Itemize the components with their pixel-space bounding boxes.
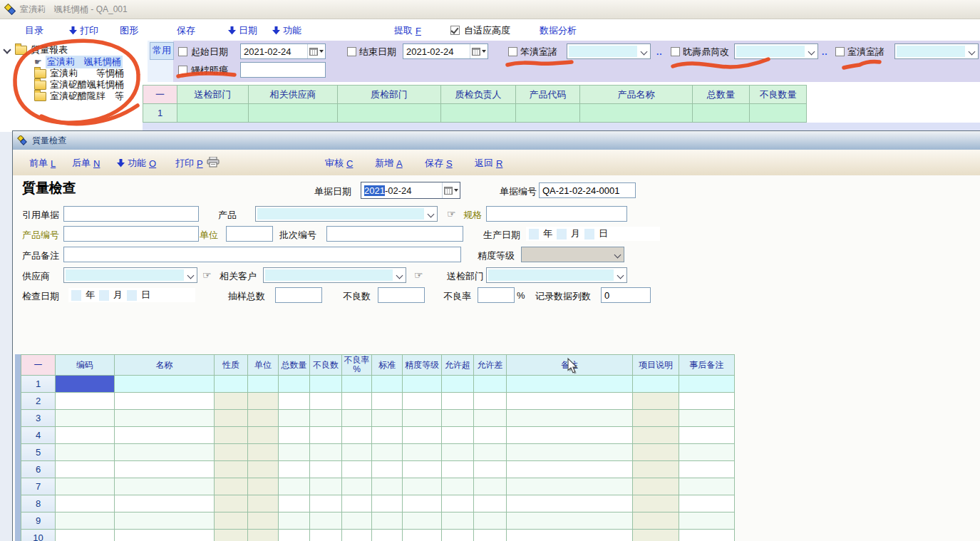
ref-doc-input[interactable] [63,206,199,222]
calendar-button[interactable] [442,182,460,198]
grid-cell[interactable] [474,427,507,444]
product-remark-input[interactable] [63,247,461,262]
grid-cell[interactable] [372,444,403,461]
grid-cell[interactable] [507,512,633,530]
grid-cell[interactable] [442,393,474,410]
menu-extract[interactable]: 提取F [394,24,421,37]
grid-cell[interactable] [56,461,115,478]
grid-cell[interactable] [310,393,342,410]
grid-cell[interactable] [679,427,735,444]
menu-functions[interactable]: 功能 [272,24,301,37]
unit-input[interactable] [226,226,273,242]
grid-cell[interactable] [215,393,248,410]
grid-cell[interactable] [474,410,507,427]
grid-cell[interactable] [215,444,248,461]
grid-cell[interactable] [215,530,248,541]
grid-cell[interactable] [56,478,115,495]
grid-row-header[interactable]: 4 [21,427,56,444]
calendar-button[interactable] [470,44,488,58]
grid-cell[interactable] [474,495,507,512]
grid-cell[interactable] [633,461,679,478]
grid-cell[interactable] [249,104,338,123]
grid-cell[interactable] [403,512,442,530]
menu-catalog[interactable]: 目录 [25,24,43,37]
filter-combo3[interactable] [894,43,979,59]
back-button[interactable]: 返回R [475,157,502,170]
grid-cell[interactable] [516,104,580,123]
grid-cell[interactable] [279,427,310,444]
next-doc-button[interactable]: 后单N [72,157,100,170]
grid-cell[interactable] [474,530,507,541]
grid-cell[interactable] [372,495,403,512]
menu-print[interactable]: 打印 [69,24,98,37]
grid-cell[interactable] [507,495,633,512]
grid-cell[interactable] [442,512,474,530]
grid-cell[interactable] [248,393,279,410]
grid-cell[interactable] [474,393,507,410]
grid-cell[interactable] [633,393,679,410]
grid-cell[interactable] [679,495,735,512]
grid-cell[interactable] [342,376,372,393]
grid-cell[interactable] [56,427,115,444]
grid-cell[interactable] [474,444,507,461]
grid-cell[interactable] [310,444,342,461]
menu-save[interactable]: 保存 [177,24,195,37]
menu-data-analysis[interactable]: 数据分析 [540,24,577,37]
grid-cell[interactable] [115,427,215,444]
grid-cell[interactable] [56,393,115,410]
grid-cell[interactable] [342,427,372,444]
grid-cell[interactable] [248,427,279,444]
precision-combo[interactable] [521,247,624,262]
grid-cell[interactable] [248,410,279,427]
pointer-hand-icon[interactable]: ☞ [202,269,212,281]
grid-cell[interactable] [507,410,633,427]
grid-cell[interactable] [56,410,115,427]
grid-cell[interactable] [215,478,248,495]
tree-item[interactable]: 室潰砨醴隴牉 等 [34,90,124,103]
grid-cell[interactable] [679,444,735,461]
grid-cell[interactable] [633,530,679,541]
start-date-field[interactable]: 2021-02-24 [240,43,326,59]
grid-cell[interactable] [115,410,215,427]
grid-cell[interactable] [279,530,310,541]
sample-total-input[interactable] [275,287,322,303]
grid-cell[interactable] [56,376,115,393]
more-button[interactable]: .. [822,47,828,57]
grid-row-header[interactable]: 2 [21,393,56,410]
grid-row-header[interactable]: 3 [21,410,56,427]
spec-input[interactable] [486,206,627,222]
grid-cell[interactable] [403,393,442,410]
audit-button[interactable]: 审核C [325,157,353,170]
batch-input[interactable] [326,226,463,242]
grid-cell[interactable] [372,478,403,495]
grid-cell[interactable] [215,376,248,393]
grid-cell[interactable] [633,495,679,512]
grid-cell[interactable] [115,512,215,530]
grid-cell[interactable] [248,530,279,541]
grid-cell[interactable] [177,104,249,123]
grid-cell[interactable] [279,461,310,478]
keyword-input[interactable] [240,62,326,78]
grid-cell[interactable] [279,444,310,461]
grid-cell[interactable] [342,495,372,512]
grid-cell[interactable] [580,104,693,123]
grid-cell[interactable] [279,410,310,427]
grid-cell[interactable] [679,512,735,530]
grid-cell[interactable] [507,393,633,410]
grid-cell[interactable] [403,376,442,393]
grid-cell[interactable] [403,410,442,427]
grid-cell[interactable] [372,461,403,478]
save-button[interactable]: 保存S [425,157,453,170]
add-button[interactable]: 新增A [375,157,403,170]
grid-cell[interactable] [474,376,507,393]
grid-cell[interactable] [403,530,442,541]
grid-cell[interactable] [633,410,679,427]
doc-date-field[interactable]: 2021 -02-24 [361,182,460,199]
grid-cell[interactable] [474,478,507,495]
grid-cell[interactable] [56,512,115,530]
grid-cell[interactable] [442,478,474,495]
grid-cell[interactable] [115,393,215,410]
grid-cell[interactable] [442,530,474,541]
grid-cell[interactable] [679,478,735,495]
grid-cell[interactable] [693,104,750,123]
